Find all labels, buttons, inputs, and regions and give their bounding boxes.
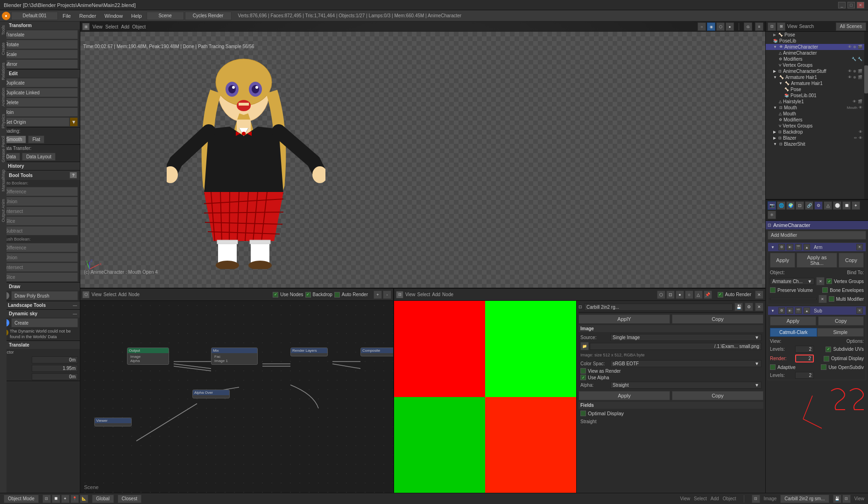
adaptive-levels-value[interactable]: 2 xyxy=(795,372,814,379)
outliner-mouth[interactable]: ▼ ⊡ Mouth Mouth 👁 xyxy=(766,105,864,111)
physics-label[interactable]: Physics xyxy=(0,110,6,132)
outliner-eye-icon[interactable]: 👁 xyxy=(848,45,852,49)
global-local-btn[interactable]: G xyxy=(744,22,752,31)
auto-difference-button[interactable]: Difference xyxy=(2,187,78,196)
wireframe-btn[interactable]: ⬡ xyxy=(716,22,725,31)
outliner-stuff-cursor[interactable]: ⊕ xyxy=(853,69,856,73)
outliner-animecharacter[interactable]: ▼ 👁 AnimeCharacter 👁 ⊕ 🎬 xyxy=(766,44,864,50)
outliner-hair-render[interactable]: 🎬 xyxy=(858,99,862,104)
brush-union-button[interactable]: Union xyxy=(2,253,78,262)
prop-world-icon[interactable]: 🌍 xyxy=(786,201,795,210)
history-header[interactable]: ▶ History xyxy=(0,162,80,170)
outliner-icon-1[interactable]: ⊡ xyxy=(768,22,776,31)
flat-button[interactable]: Flat xyxy=(28,135,44,143)
outliner-blazershit[interactable]: ▼ ⊡ BlazerShit xyxy=(766,141,864,147)
outliner-mouth-eye[interactable]: 👁 xyxy=(859,106,862,110)
img-settings-icon[interactable]: ⚙ xyxy=(745,303,753,311)
node-2[interactable]: Mix Fac Image 1 xyxy=(211,348,258,365)
status-right-icon-1[interactable]: 💾 xyxy=(833,495,841,503)
outliner-pose-2[interactable]: 🦴 Pose xyxy=(766,86,864,92)
outliner-modifiers[interactable]: ⚙ Modifiers 🔧 🔧 xyxy=(766,56,864,62)
draw-poly-brush-button[interactable]: Draw Poly Brush xyxy=(11,291,78,300)
prop-particles-icon[interactable]: ✦ xyxy=(852,201,860,210)
status-image-icon[interactable]: ⊡ xyxy=(752,495,760,503)
outliner-armaturehair1[interactable]: ▼ 🦴 Armature Hair1 👁 ⊕ 🎬 xyxy=(766,74,864,80)
prop-object-icon[interactable]: ⊡ xyxy=(796,201,804,210)
auto-intersect-button[interactable]: Intersect xyxy=(2,206,78,216)
status-icon-3[interactable]: ✦ xyxy=(61,495,70,503)
node-select-menu[interactable]: Select xyxy=(104,292,117,297)
status-icon-4[interactable]: 📍 xyxy=(71,495,79,503)
view-as-render-checkbox[interactable] xyxy=(580,368,586,374)
arm-applysha-btn[interactable]: Apply as Sha... xyxy=(797,253,837,268)
create-sky-button[interactable]: Create xyxy=(11,318,78,327)
outliner-mouth-modifiers[interactable]: ⚙ Modifiers xyxy=(766,117,864,123)
duplicate-linked-button[interactable]: Duplicate Linked xyxy=(2,88,78,97)
outliner-blazer-icon[interactable]: ✏ xyxy=(854,136,857,140)
layers-btn[interactable]: ≡ xyxy=(755,22,763,31)
arm-mod-icon-1[interactable]: ⚙ xyxy=(778,244,785,250)
delete-button[interactable]: Delete xyxy=(2,98,78,107)
outliner-stuff-render[interactable]: 🎬 xyxy=(858,69,862,73)
arm-mod-icon-2[interactable]: 👁 xyxy=(787,244,793,250)
minimize-button[interactable]: _ xyxy=(838,2,846,8)
subdiv-copy-btn[interactable]: Copy xyxy=(818,316,864,326)
outliner-animecharacterstuff[interactable]: ▶ ⊡ AnimeCharacterStuff 👁 ⊕ 🎬 xyxy=(766,68,864,74)
close-button[interactable]: ✕ xyxy=(857,2,864,8)
output-label[interactable]: Output Anim xyxy=(0,195,6,226)
apply-button-2[interactable]: Apply xyxy=(579,391,670,400)
status-view-right[interactable]: View xyxy=(680,496,691,501)
img-close-panel-icon[interactable]: ✕ xyxy=(755,303,763,311)
set-origin-button[interactable]: Set Origin xyxy=(2,117,70,127)
node-node-menu[interactable]: Node xyxy=(128,292,140,297)
status-select-right[interactable]: Select xyxy=(694,496,707,501)
node-zoom-out[interactable]: - xyxy=(383,291,391,299)
transform-header[interactable]: ▼ Transform xyxy=(0,21,80,29)
brush-slice-button[interactable]: Slice xyxy=(2,272,78,282)
outliner-backdrop[interactable]: ▶ ⊡ Backdrop 👁 xyxy=(766,129,864,135)
arm-copy-btn[interactable]: Copy xyxy=(839,253,864,268)
subdiv-icon-4[interactable]: ▲ xyxy=(804,307,810,314)
arm-boneenv-checkbox[interactable] xyxy=(822,287,828,293)
status-image-label[interactable]: Image xyxy=(764,496,777,501)
outliner-hair-eye[interactable]: 👁 xyxy=(853,99,856,104)
arm-vgroups-checkbox[interactable] xyxy=(826,278,832,284)
node-editor-type-icon[interactable]: ⬡ xyxy=(82,291,90,298)
img-close-icon[interactable]: ✕ xyxy=(755,291,763,299)
img-render-icon[interactable]: ● xyxy=(676,291,684,299)
outliner-hairstyle1[interactable]: △ Hairstyle1 👁 🎬 xyxy=(766,99,864,105)
editor-type-selector[interactable]: Default:001 xyxy=(11,12,58,20)
status-view-last[interactable]: View xyxy=(854,496,865,501)
status-icon-2[interactable]: 🔲 xyxy=(52,495,60,503)
catmull-clark-tab[interactable]: Catmull-Clark xyxy=(770,328,817,337)
img-type-icon[interactable]: ⊡ xyxy=(666,291,675,299)
status-icon-1[interactable]: ⊡ xyxy=(42,495,51,503)
subdiv-modifier-header[interactable]: ▼ ⚙ 👁 🎬 ▲ Sub ✕ xyxy=(768,306,866,315)
levels-value[interactable]: 2 xyxy=(795,346,814,353)
status-global-btn[interactable]: Global xyxy=(92,495,114,503)
duplicate-button[interactable]: Duplicate xyxy=(2,78,78,87)
armature-modifier-header[interactable]: ▼ ⚙ 👁 🎬 ▲ Arm ✕ xyxy=(768,243,866,251)
brush-intersect-button[interactable]: Intersect xyxy=(2,263,78,272)
outliner-mouth-mesh[interactable]: △ Mouth xyxy=(766,111,864,117)
prop-texture-icon[interactable]: 🔲 xyxy=(842,201,851,210)
backdrop-checkbox[interactable] xyxy=(305,292,311,298)
status-object-right[interactable]: Object xyxy=(723,496,736,501)
viewport-select-menu[interactable]: Select xyxy=(106,24,119,29)
outliner-poselib[interactable]: 📚 PoseLib xyxy=(766,38,864,44)
object-mode-btn[interactable]: ○ xyxy=(698,22,706,31)
render-engine-selector[interactable]: Cycles Render xyxy=(185,12,232,20)
prop-modifier-icon[interactable]: ⚙ xyxy=(814,201,823,210)
outliner-cursor-icon[interactable]: ⊕ xyxy=(853,45,856,49)
viewport-type-icon[interactable]: ⊞ xyxy=(82,23,90,30)
outliner-stuff-eye[interactable]: 👁 xyxy=(848,69,852,73)
autorender-checkbox[interactable] xyxy=(334,292,340,298)
outliner-scroll-thumb[interactable] xyxy=(864,65,868,93)
subdiv-icon-2[interactable]: 👁 xyxy=(787,307,793,314)
arm-clear-icon[interactable]: ✕ xyxy=(816,277,825,285)
edit-header[interactable]: ▼ Edit xyxy=(0,70,80,78)
rendered-btn[interactable]: ● xyxy=(726,22,734,31)
img-node-menu[interactable]: Node xyxy=(442,292,453,297)
img-uv-icon[interactable]: △ xyxy=(694,291,703,299)
arm-preserve-checkbox[interactable] xyxy=(770,287,776,293)
